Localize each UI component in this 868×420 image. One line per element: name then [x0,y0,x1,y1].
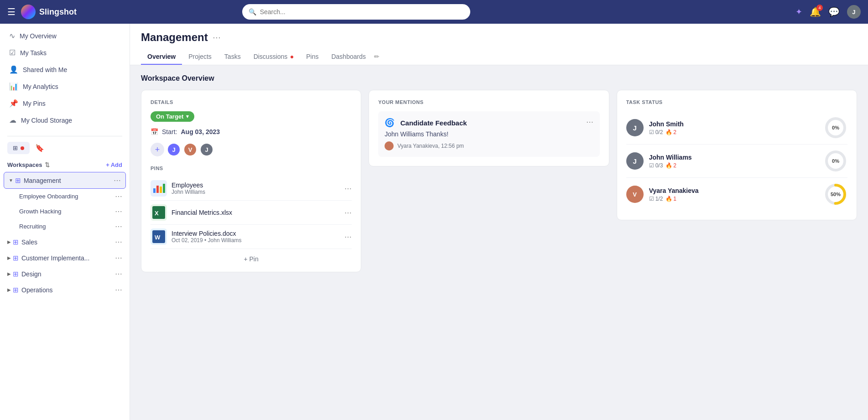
workspace-more-icon[interactable]: ⋯ [115,285,122,294]
tab-overview[interactable]: Overview [141,49,182,65]
workspace-item-management[interactable]: ▼ ⊞ Management ⋯ [4,172,126,189]
ws-child-more-icon[interactable]: ⋯ [115,222,122,231]
tab-dashboards[interactable]: Dashboards [325,49,372,65]
sidebar-item-label: Shared with Me [23,66,67,73]
workspace-child-growth-hacking[interactable]: Growth Hacking ⋯ [0,204,130,219]
person-stats: ☑ 0/3 🔥 2 [649,162,818,169]
workspace-more-icon[interactable]: ⋯ [115,270,122,278]
fire-count: 🔥 1 [665,196,676,202]
overview-icon: ∿ [9,31,15,40]
mention-meta: Vyara Yanakieva, 12:56 pm [385,141,593,150]
chat-icon[interactable]: 💬 [828,6,840,17]
donut-chart-john-williams: 0% [824,149,847,173]
workspace-item-design[interactable]: ▶ ⊞ Design ⋯ [0,266,130,282]
workspace-name: Operations [21,286,115,294]
search-input[interactable] [260,8,464,16]
arrow-right-icon: ▶ [7,239,11,244]
member-avatar-j1: J [167,143,181,156]
main-tabs: Overview Projects Tasks Discussions Pins… [141,49,857,65]
sidebar-item-my-cloud-storage[interactable]: ☁ My Cloud Storage [0,112,130,129]
calendar-icon: 📅 [151,128,158,135]
analytics-icon: 📊 [9,82,18,91]
pin-excel-icon: X [151,204,167,221]
stack-button[interactable]: ⊞ [7,142,30,154]
title-more-icon[interactable]: ⋯ [213,32,221,42]
sidebar-item-my-overview[interactable]: ∿ My Overview [0,27,130,44]
task-status-card: TASK STATUS J John Smith ☑ 0/2 [617,90,857,220]
ws-child-more-icon[interactable]: ⋯ [115,207,122,216]
sidebar-divider [7,136,122,136]
member-avatar-j2: J [200,143,213,156]
workspace-stack-icon: ⊞ [13,254,19,262]
workspace-child-employee-onboarding[interactable]: Employee Onboarding ⋯ [0,189,130,204]
sidebar-item-label: My Pins [23,100,46,107]
pin-name: Financial Metrics.xlsx [172,209,340,216]
topnav-actions: ✦ 🔔 4 💬 J [795,5,861,19]
pin-item-interview: W Interview Policies.docx Oct 02, 2019 •… [151,225,352,249]
search-bar[interactable]: 🔍 [242,4,470,20]
user-avatar[interactable]: J [847,5,861,19]
workspace-item-sales[interactable]: ▶ ⊞ Sales ⋯ [0,234,130,250]
workspaces-header: Workspaces ⇅ + Add [0,158,130,172]
cards-row: DETAILS On Target ▾ 📅 Start: Aug 03, 202… [141,90,857,272]
donut-label: 0% [832,158,839,164]
status-text: On Target [156,113,183,120]
pins-icon: 📌 [9,99,18,108]
workspace-name: Customer Implementa... [21,254,115,262]
svg-text:X: X [155,210,159,217]
add-pin-button[interactable]: + Pin [151,255,352,263]
workspace-name: Sales [21,239,115,246]
cloud-icon: ☁ [9,116,16,124]
hamburger-icon[interactable]: ☰ [7,6,16,17]
mention-more-icon[interactable]: ⋯ [586,118,593,126]
workspace-item-customer[interactable]: ▶ ⊞ Customer Implementa... ⋯ [0,250,130,266]
tab-edit-icon[interactable]: ✏ [372,49,381,65]
task-count: ☑ 0/3 [649,162,663,169]
add-workspace-button[interactable]: + Add [106,161,122,168]
status-badge[interactable]: On Target ▾ [151,111,194,122]
tab-discussions[interactable]: Discussions [247,49,300,65]
tab-tasks[interactable]: Tasks [218,49,247,65]
workspace-overview-title: Workspace Overview [141,74,857,83]
sidebar-item-shared-with-me[interactable]: 👤 Shared with Me [0,61,130,78]
ws-child-more-icon[interactable]: ⋯ [115,192,122,201]
person-avatar-john-smith: J [626,119,644,136]
sparkle-icon[interactable]: ✦ [795,7,802,17]
sidebar-item-my-analytics[interactable]: 📊 My Analytics [0,78,130,95]
mentions-label: YOUR MENTIONS [378,99,599,105]
workspace-item-operations[interactable]: ▶ ⊞ Operations ⋯ [0,282,130,298]
workspace-stack-icon: ⊞ [15,176,21,185]
mention-author-avatar [385,141,394,150]
notification-bell-icon[interactable]: 🔔 4 [810,6,821,17]
sort-icon[interactable]: ⇅ [45,161,50,168]
workspace-child-recruiting[interactable]: Recruiting ⋯ [0,219,130,234]
pin-more-icon[interactable]: ⋯ [344,208,352,217]
page-title: Management [141,31,208,44]
sidebar-item-my-tasks[interactable]: ☑ My Tasks [0,44,130,61]
add-member-button[interactable]: + [151,143,164,156]
details-label: DETAILS [151,99,352,105]
workspace-name: Management [24,177,114,184]
workspace-stack-icon: ⊞ [13,286,19,294]
svg-rect-1 [156,186,159,193]
workspace-more-icon[interactable]: ⋯ [114,176,121,185]
sidebar-nav: ∿ My Overview ☑ My Tasks 👤 Shared with M… [0,24,130,132]
sidebar-stack-row: ⊞ 🔖 [0,140,130,158]
pin-more-icon[interactable]: ⋯ [344,184,352,193]
mention-author: Vyara Yanakieva, 12:56 pm [397,143,464,149]
workspace-more-icon[interactable]: ⋯ [115,254,122,262]
workspace-more-icon[interactable]: ⋯ [115,238,122,246]
sidebar-item-my-pins[interactable]: 📌 My Pins [0,95,130,112]
person-stats: ☑ 1/2 🔥 1 [649,196,818,202]
bookmark-button[interactable]: 🔖 [35,144,44,152]
workspace-name: Design [21,270,115,278]
start-label: Start: [162,128,177,135]
workspaces-label: Workspaces [7,161,42,168]
ws-child-name: Employee Onboarding [19,193,115,200]
pin-sub: Oct 02, 2019 • John Williams [172,237,340,244]
pin-more-icon[interactable]: ⋯ [344,233,352,241]
person-avatar-john-williams: J [626,152,644,170]
tab-projects[interactable]: Projects [182,49,218,65]
tab-pins[interactable]: Pins [300,49,325,65]
mention-emoji: 🌀 [385,118,395,127]
